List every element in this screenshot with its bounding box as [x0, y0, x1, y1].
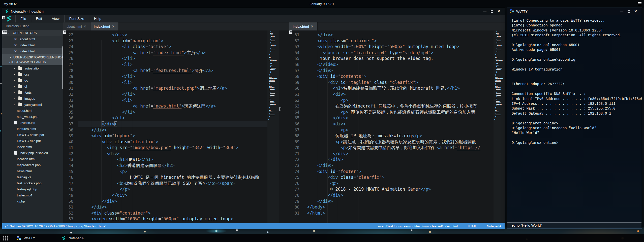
- minimap-right[interactable]: [494, 30, 505, 223]
- tab-close-icon[interactable]: ×: [311, 25, 314, 28]
- line-content[interactable]: <a href="mapredirect.php">網上地圖</a>: [78, 85, 267, 91]
- minimize-button[interactable]: —: [481, 8, 488, 15]
- open-editor-item[interactable]: ×about.html: [2, 36, 63, 42]
- line-content[interactable]: <p> 即使你不是建築師，你也能透過紅石師或鐵路工程師的身份加入我: [304, 109, 494, 115]
- line-content[interactable]: <b>你知道我們全線伺服器已轉用 SSD 了嗎？</b></span>: [78, 181, 267, 187]
- line-content[interactable]: </li>: [78, 56, 267, 62]
- line-content[interactable]: <a href="index.html">主頁</a>: [78, 50, 267, 56]
- line-content[interactable]: <ul id="navigation">: [78, 38, 267, 44]
- line-content[interactable]: <li>: [78, 97, 267, 103]
- open-editor-item[interactable]: ×index.html: [2, 48, 63, 54]
- line-content[interactable]: </div>: [78, 32, 267, 38]
- line-content[interactable]: <a href="news.html">玩家傳送門</a>: [78, 103, 267, 109]
- tree-folder-dc[interactable]: ▸dc: [2, 77, 63, 83]
- line-content[interactable]: <div>: [304, 121, 494, 127]
- terminal-input[interactable]: echo "Hello World": [507, 222, 641, 228]
- line-content[interactable]: </div>: [304, 115, 494, 121]
- tree-file-item[interactable]: add_vhost.php: [2, 114, 63, 120]
- open-editors-header[interactable]: ▾OPEN EDITORS: [2, 30, 63, 36]
- line-content[interactable]: </div>: [304, 192, 494, 198]
- line-content[interactable]: <div>: [304, 91, 494, 97]
- line-content[interactable]: Your browser does not support the video …: [304, 56, 494, 62]
- tab-close-icon[interactable]: ×: [84, 25, 87, 28]
- tree-folder-dl[interactable]: ▸dl: [2, 83, 63, 89]
- tree-file-item[interactable]: HKWTC rule.pdf: [2, 138, 63, 144]
- menu-item-edit[interactable]: Edit: [31, 15, 47, 22]
- tab-close-icon[interactable]: ×: [112, 25, 115, 28]
- line-content[interactable]: <video width="100%" height="500px" autop…: [78, 216, 267, 222]
- line-content[interactable]: 在香港的Minecraft 伺服器中，多為小遊戲和純生存的伺服器，較少擁有: [304, 103, 494, 109]
- tree-file-item[interactable]: index.php_disabled: [2, 150, 63, 156]
- line-content[interactable]: </div>: [304, 163, 494, 169]
- line-content[interactable]: <a href="features.html">簡介</a>: [78, 68, 267, 74]
- line-content[interactable]: <source src="trailer.mp4" type="video/mp…: [304, 50, 494, 56]
- line-content[interactable]: <div id="tagline" class="clearfix">: [304, 80, 494, 86]
- line-content[interactable]: <img src="images/box.png" height="342" w…: [78, 145, 267, 151]
- line-content[interactable]: <video width="100%" height="500px" autop…: [304, 44, 494, 50]
- minimap-left[interactable]: [267, 30, 279, 223]
- line-content[interactable]: © 2018 - 2019 HKWTC Animation Gamer</p>: [304, 186, 494, 192]
- line-content[interactable]: </video>: [304, 62, 494, 68]
- tree-file-item[interactable]: trailer.mp4: [2, 192, 63, 198]
- line-content[interactable]: </body>: [304, 204, 494, 210]
- tree-file-item[interactable]: test_sockets.php: [2, 180, 63, 186]
- line-content[interactable]: </div>: [304, 32, 494, 38]
- tree-file-item[interactable]: location.html: [2, 156, 63, 162]
- line-content[interactable]: <div id="contents">: [304, 74, 494, 80]
- close-icon[interactable]: ×: [14, 50, 17, 53]
- line-content[interactable]: <p>: [78, 169, 267, 175]
- app-grid-icon[interactable]: [3, 235, 9, 241]
- line-content[interactable]: </html>: [304, 210, 494, 216]
- sidebar-scrollbar[interactable]: [62, 46, 63, 89]
- taskbar-item-notepada[interactable]: NotepadA: [60, 236, 105, 240]
- line-content[interactable]: 伺服器 IP 地址為： mcs.hkwtc.org</p>: [304, 133, 494, 139]
- line-content[interactable]: <li class="active">: [78, 44, 267, 50]
- code-area-right[interactable]: 51 </div>52 <div class="container">53 <v…: [289, 30, 494, 223]
- tree-file-item[interactable]: x.php: [2, 198, 63, 204]
- hamburger-menu-icon[interactable]: [638, 2, 641, 5]
- line-content[interactable]: <li>: [78, 62, 267, 68]
- close-icon[interactable]: ×: [14, 44, 17, 47]
- pane-divider[interactable]: [279, 22, 289, 223]
- splitter-handle-icon[interactable]: [279, 107, 281, 111]
- tree-file-item[interactable]: teabag.7z: [2, 174, 63, 180]
- line-content[interactable]: HKWTC 是一個 Minecraft 的建築伺服器，主要建築計劃包括鐵路: [78, 175, 267, 181]
- tree-folder-fonts[interactable]: ▸fonts: [2, 89, 63, 95]
- line-content[interactable]: <p>請注意，我們的伺服器為確保玩家及遊玩時的質素，我們對的服器開啟: [304, 139, 494, 145]
- code-area-left[interactable]: 22 </div>23 <ul id="navigation">24 <li c…: [63, 30, 267, 223]
- line-content[interactable]: <li>: [78, 80, 267, 86]
- terminal-body[interactable]: [info] Conencting to arozos WsTTY servic…: [507, 15, 642, 222]
- minimize-button[interactable]: —: [618, 8, 625, 15]
- close-button[interactable]: ×: [632, 8, 639, 15]
- line-content[interactable]: </li>: [78, 109, 267, 115]
- menu-item-font-size[interactable]: Font Size: [64, 15, 89, 22]
- tree-file-item[interactable]: news.html: [2, 168, 63, 174]
- line-content[interactable]: </div>: [78, 127, 267, 133]
- line-content[interactable]: <h2>香港的建築伺服器</h2>: [78, 163, 267, 169]
- line-content[interactable]: <div class="clearfix">: [78, 139, 267, 145]
- line-content[interactable]: </div>: [304, 157, 494, 163]
- tree-folder-autostation[interactable]: ▸autostation: [2, 65, 63, 71]
- line-content[interactable]: <h1>HKWTC</h1>: [78, 157, 267, 163]
- status-language[interactable]: HTML: [468, 224, 477, 228]
- close-icon[interactable]: ×: [14, 38, 17, 41]
- line-content[interactable]: <div>: [78, 151, 267, 157]
- line-content[interactable]: <div class="container">: [304, 38, 494, 44]
- open-editor-item[interactable]: ×index.html: [2, 42, 63, 48]
- line-content[interactable]: <div id="footer">: [304, 169, 494, 175]
- notepada-titlebar[interactable]: NotepadA - index.html — ×: [2, 8, 505, 15]
- tree-file-item[interactable]: testmysql.php: [2, 186, 63, 192]
- maximize-button[interactable]: [488, 8, 495, 15]
- line-content[interactable]: </div>: [304, 198, 494, 204]
- line-content[interactable]: <h1>特別為建築及鐵路而設，現代化的 Minecraft 世界.</h1>: [304, 85, 494, 91]
- line-content[interactable]: </div>: [78, 192, 267, 198]
- line-content[interactable]: </div>: [304, 68, 494, 74]
- line-content[interactable]: </p>: [78, 186, 267, 192]
- line-content[interactable]: <p>: [304, 127, 494, 133]
- tree-folder-yamiyamimi[interactable]: ▸yamiyamimi: [2, 101, 63, 108]
- tab-index.html[interactable]: index.html×: [289, 22, 318, 30]
- maximize-button[interactable]: [625, 8, 632, 15]
- line-content[interactable]: <p>如有問題或需要申請白名單，歡迎加入我們的 <a href="https:/…: [304, 145, 494, 151]
- tree-folder-images[interactable]: ▸images: [2, 95, 63, 101]
- line-content[interactable]: </li>: [78, 91, 267, 97]
